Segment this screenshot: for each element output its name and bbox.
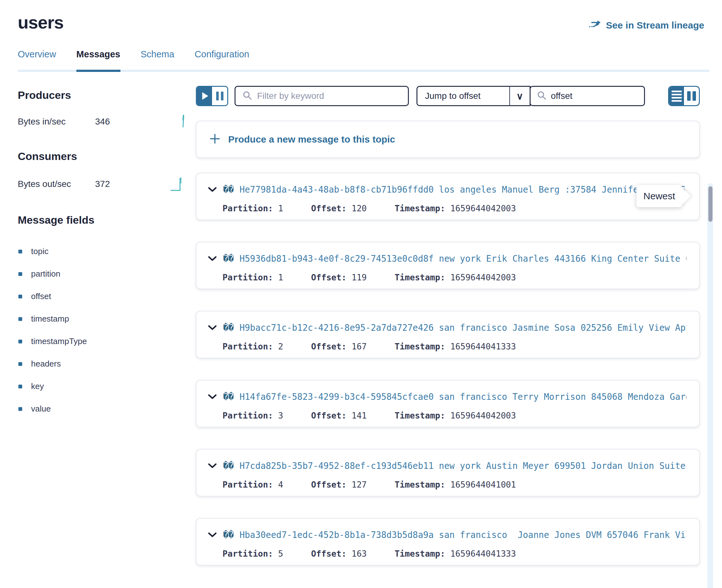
- message-timestamp: Timestamp:1659644042003: [395, 272, 516, 282]
- offset-search-input[interactable]: [551, 91, 638, 101]
- message-offset: Offset:163: [311, 549, 367, 559]
- field-item-value: value: [18, 398, 191, 420]
- tab-configuration[interactable]: Configuration: [194, 49, 249, 70]
- message-partition: Partition:1: [223, 272, 283, 282]
- producers-heading: Producers: [18, 89, 191, 101]
- play-pause-toggle: [196, 86, 228, 106]
- tab-underline-track: [18, 70, 709, 72]
- message-partition: Partition:1: [223, 203, 283, 213]
- message-summary[interactable]: H5936db81-b943-4e0f-8c29-74513e0c0d8f ne…: [240, 253, 686, 264]
- stream-lineage-link[interactable]: See in Stream lineage: [589, 19, 704, 31]
- search-icon: [243, 91, 252, 101]
- message-summary[interactable]: He77981da-4a43-48ab-b8f8-cb71b96ffdd0 lo…: [240, 184, 686, 194]
- jump-to-offset-select[interactable]: Jump to offset ∨: [416, 86, 531, 106]
- field-bullet-icon: [18, 250, 22, 253]
- jump-to-offset-value: Jump to offset: [417, 87, 509, 105]
- tab-schema[interactable]: Schema: [141, 49, 174, 70]
- bytes-in-value: 346: [95, 117, 110, 127]
- message-card: �� H7cda825b-35b7-4952-88ef-c193d546eb11…: [196, 449, 700, 497]
- expand-chevron-icon[interactable]: [208, 463, 218, 468]
- message-fields-list: topic partition offset timestamp timesta…: [18, 240, 191, 420]
- list-view-icon: [672, 91, 682, 102]
- message-key-glyphs: ��: [223, 391, 234, 402]
- stream-lineage-icon: [589, 19, 602, 31]
- field-item-partition: partition: [18, 262, 191, 285]
- message-summary[interactable]: H9bacc71c-b12c-4216-8e95-2a7da727e426 sa…: [240, 322, 686, 333]
- column-view-button[interactable]: [684, 87, 699, 105]
- bytes-in-label: Bytes in/sec: [18, 117, 95, 127]
- expand-chevron-icon[interactable]: [208, 325, 218, 331]
- messages-toolbar: Jump to offset ∨: [196, 86, 700, 106]
- pause-button[interactable]: [212, 87, 227, 105]
- field-bullet-icon: [18, 317, 22, 321]
- message-partition: Partition:2: [223, 341, 283, 351]
- field-item-topic: topic: [18, 240, 191, 262]
- play-icon: [202, 92, 208, 100]
- message-key-glyphs: ��: [223, 322, 234, 333]
- list-view-button[interactable]: [669, 87, 684, 105]
- chevron-down-icon: ∨: [509, 87, 530, 105]
- stream-lineage-label: See in Stream lineage: [606, 20, 704, 31]
- field-bullet-icon: [18, 407, 22, 411]
- expand-chevron-icon[interactable]: [208, 394, 218, 399]
- produce-message-button[interactable]: Produce a new message to this topic: [196, 121, 700, 158]
- message-summary[interactable]: Hba30eed7-1edc-452b-8b1a-738d3b5d8a9a sa…: [240, 530, 686, 540]
- message-timestamp: Timestamp:1659644041001: [395, 480, 516, 489]
- keyword-filter: [234, 86, 409, 106]
- newest-tooltip-label: Newest: [643, 191, 675, 202]
- field-bullet-icon: [18, 385, 22, 388]
- field-bullet-icon: [18, 340, 22, 343]
- consumers-heading: Consumers: [18, 150, 191, 163]
- field-bullet-icon: [18, 295, 22, 298]
- field-item-headers: headers: [18, 353, 191, 375]
- message-card: �� Hba30eed7-1edc-452b-8b1a-738d3b5d8a9a…: [196, 518, 700, 566]
- column-view-icon: [687, 91, 696, 101]
- tab-messages[interactable]: Messages: [76, 49, 120, 70]
- message-key-glyphs: ��: [223, 253, 234, 264]
- bytes-in-metric: Bytes in/sec 346: [18, 114, 191, 129]
- message-timestamp: Timestamp:1659644042003: [395, 411, 516, 420]
- message-timestamp: Timestamp:1659644041333: [395, 341, 516, 351]
- message-fields-heading: Message fields: [18, 214, 191, 226]
- message-summary[interactable]: H14fa67fe-5823-4299-b3c4-595845cfcae0 sa…: [240, 392, 686, 402]
- message-key-glyphs: ��: [223, 529, 234, 540]
- message-card: �� H5936db81-b943-4e0f-8c29-74513e0c0d8f…: [196, 242, 700, 289]
- message-offset: Offset:120: [311, 203, 367, 213]
- expand-chevron-icon[interactable]: [208, 532, 218, 538]
- play-button[interactable]: [197, 87, 212, 105]
- tab-overview[interactable]: Overview: [18, 49, 56, 70]
- expand-chevron-icon[interactable]: [208, 187, 218, 192]
- field-bullet-icon: [18, 272, 22, 276]
- scrollbar-thumb[interactable]: [708, 186, 713, 222]
- message-partition: Partition:4: [223, 480, 283, 489]
- message-list-scrollbar[interactable]: [707, 183, 713, 588]
- pause-icon: [216, 91, 224, 101]
- message-card: �� He77981da-4a43-48ab-b8f8-cb71b96ffdd0…: [196, 173, 700, 220]
- message-offset: Offset:119: [311, 272, 367, 282]
- page-title: users: [18, 12, 63, 33]
- messages-panel: Jump to offset ∨: [191, 72, 722, 587]
- message-timestamp: Timestamp:1659644041333: [395, 549, 516, 559]
- bytes-out-label: Bytes out/sec: [18, 179, 95, 189]
- field-item-offset: offset: [18, 285, 191, 308]
- message-offset: Offset:141: [311, 411, 367, 420]
- produce-message-label: Produce a new message to this topic: [228, 134, 395, 145]
- message-offset: Offset:127: [311, 480, 367, 489]
- expand-chevron-icon[interactable]: [208, 256, 218, 261]
- view-mode-toggle: [668, 86, 700, 106]
- field-item-key: key: [18, 375, 191, 398]
- bytes-out-value: 372: [95, 179, 110, 189]
- keyword-filter-input[interactable]: [257, 91, 401, 101]
- message-summary[interactable]: H7cda825b-35b7-4952-88ef-c193d546eb11 ne…: [240, 461, 686, 471]
- message-partition: Partition:5: [223, 549, 283, 559]
- bytes-out-metric: Bytes out/sec 372: [18, 175, 191, 193]
- page-header: users See in Stream lineage: [0, 0, 722, 33]
- message-card: �� H14fa67fe-5823-4299-b3c4-595845cfcae0…: [196, 380, 700, 427]
- message-list: �� He77981da-4a43-48ab-b8f8-cb71b96ffdd0…: [196, 173, 700, 566]
- plus-icon: [209, 133, 221, 146]
- sidebar: Producers Bytes in/sec 346 Consumers Byt…: [18, 72, 191, 587]
- message-card: �� H9bacc71c-b12c-4216-8e95-2a7da727e426…: [196, 311, 700, 358]
- search-icon: [537, 91, 546, 101]
- field-item-timestampType: timestampType: [18, 330, 191, 353]
- tabbar: Overview Messages Schema Configuration: [18, 49, 709, 72]
